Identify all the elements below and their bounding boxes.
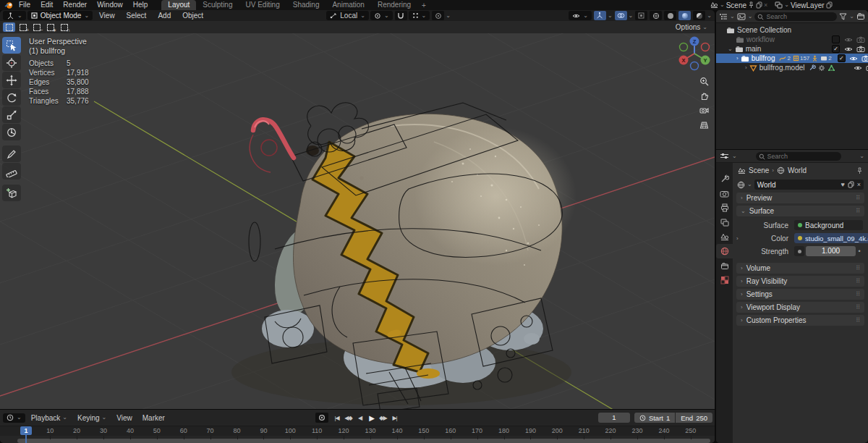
hide-eye-icon[interactable] <box>854 65 862 71</box>
gizmo-chevron[interactable]: ⌄ <box>608 13 613 19</box>
menu-timeline-view[interactable]: View <box>112 414 137 422</box>
tab-animation[interactable]: Animation <box>326 0 370 10</box>
tool-cursor[interactable] <box>2 54 21 71</box>
select-mode-intersect[interactable]: ∩ <box>58 22 70 32</box>
panel-settings[interactable]: › Settings ⠿ <box>736 289 864 300</box>
new-scene-icon[interactable] <box>756 1 762 9</box>
menu-add[interactable]: Add <box>153 10 176 21</box>
3d-viewport[interactable]: User Perspective (1) bullfrog Objects5 V… <box>0 33 715 409</box>
viewlayer-dropdown-chevron[interactable]: ⌄ <box>784 2 789 8</box>
select-mode-subtract[interactable]: − <box>30 22 43 32</box>
add-workspace-button[interactable]: + <box>417 1 430 10</box>
outliner-search[interactable] <box>754 12 837 21</box>
navigation-gizmo[interactable]: Z X Y <box>676 34 713 72</box>
options-dropdown[interactable]: Options ⌄ <box>671 23 712 31</box>
new-collection-icon[interactable] <box>856 12 865 20</box>
panel-preview[interactable]: › Preview ⠿ <box>736 193 864 203</box>
hide-eye-icon[interactable] <box>844 37 853 43</box>
tab-output[interactable] <box>716 201 733 215</box>
play-reverse-button[interactable]: ◀ <box>354 413 365 423</box>
pivot-point-selector[interactable]: ⌄ <box>370 11 393 20</box>
shading-rendered-button[interactable] <box>693 11 705 20</box>
panel-volume[interactable]: › Volume ⠿ <box>736 263 864 274</box>
shading-wireframe-button[interactable] <box>650 11 662 20</box>
end-frame-field[interactable]: End250 <box>676 413 712 423</box>
timeline-ruler[interactable]: 1020304050607080901001101201301401501601… <box>0 426 715 436</box>
viewlayer-selector[interactable]: ViewLayer <box>791 1 825 9</box>
properties-options-chevron[interactable]: ⌄ <box>859 153 864 159</box>
tool-rotate[interactable] <box>2 89 21 106</box>
proportional-chevron[interactable]: ⌄ <box>446 13 451 19</box>
menu-view[interactable]: View <box>94 10 120 21</box>
tool-measure[interactable] <box>2 163 21 180</box>
menu-keying[interactable]: Keying⌄ <box>73 414 111 422</box>
drag-handle[interactable]: ⠿ <box>856 278 860 284</box>
xray-toggle[interactable] <box>635 11 647 20</box>
new-viewlayer-icon[interactable] <box>826 1 833 9</box>
menu-file[interactable]: File <box>14 0 35 10</box>
shading-solid-button[interactable] <box>664 11 676 20</box>
mode-selector[interactable]: Object Mode ⌄ <box>27 11 93 20</box>
blender-logo-icon[interactable] <box>4 1 14 9</box>
properties-editor-type-icon[interactable] <box>720 152 729 160</box>
tool-annotate[interactable] <box>2 145 21 162</box>
jump-to-end-button[interactable]: ▶| <box>389 413 400 423</box>
camera-view-icon[interactable] <box>698 104 710 117</box>
tab-view-layer[interactable] <box>716 215 733 229</box>
strength-slider[interactable]: 1.000 <box>806 246 856 256</box>
jump-to-start-button[interactable]: |◀ <box>331 413 342 423</box>
snap-toggle[interactable] <box>395 11 407 20</box>
properties-search-input[interactable] <box>756 152 841 161</box>
strength-socket-button[interactable] <box>794 246 804 256</box>
outliner-row-workflow[interactable]: workflow <box>716 35 868 44</box>
filter-funnel-icon[interactable] <box>839 13 847 20</box>
outliner-row-scene-collection[interactable]: Scene Collection <box>716 25 868 35</box>
scene-selector[interactable]: Scene <box>726 1 746 9</box>
pin-icon[interactable] <box>856 167 863 174</box>
snap-settings-selector[interactable]: ⌄ <box>409 11 430 20</box>
outliner-search-input[interactable] <box>754 12 837 21</box>
drag-handle[interactable]: ⠿ <box>856 195 860 201</box>
panel-viewport-display[interactable]: › Viewport Display ⠿ <box>736 302 864 313</box>
tab-texture[interactable] <box>716 273 733 287</box>
hide-eye-icon[interactable] <box>844 46 853 52</box>
fake-user-icon[interactable]: ♥ <box>841 182 844 188</box>
unlink-datablock-icon[interactable]: × <box>857 182 861 188</box>
outliner-display-mode-icon[interactable] <box>719 13 728 20</box>
tab-shading[interactable]: Shading <box>286 0 326 10</box>
play-button[interactable]: ▶ <box>366 413 377 423</box>
tool-add-cube[interactable] <box>2 185 21 201</box>
render-camera-icon[interactable] <box>856 36 865 43</box>
new-datablock-icon[interactable] <box>848 181 854 188</box>
pan-hand-icon[interactable] <box>698 90 710 102</box>
properties-search[interactable] <box>756 152 841 161</box>
tool-scale[interactable] <box>2 106 21 123</box>
ortho-grid-icon[interactable] <box>698 119 710 131</box>
drag-handle[interactable]: ⠿ <box>856 317 860 324</box>
gizmo-neg-y[interactable] <box>680 43 688 51</box>
menu-render[interactable]: Render <box>58 0 92 10</box>
panel-ray-visibility[interactable]: › Ray Visibility ⠿ <box>736 276 864 287</box>
exclude-checkbox[interactable]: ✓ <box>838 54 846 62</box>
tab-rendering[interactable]: Rendering <box>371 0 417 10</box>
breadcrumb-world[interactable]: World <box>788 166 807 174</box>
editor-type-selector[interactable]: ⌄ <box>3 11 26 20</box>
tool-transform[interactable] <box>2 124 21 140</box>
exclude-checkbox[interactable] <box>832 35 840 43</box>
prev-keyframe-button[interactable]: ◀◆ <box>343 413 354 423</box>
menu-playback[interactable]: Playback⌄ <box>27 414 72 422</box>
drag-handle[interactable]: ⠿ <box>856 304 860 311</box>
transform-orientation-selector[interactable]: Local ⌄ <box>326 11 369 20</box>
shading-chevron[interactable]: ⌄ <box>707 13 712 19</box>
tab-scene[interactable] <box>716 229 733 244</box>
drag-handle[interactable]: ⠿ <box>856 208 860 214</box>
properties-type-chevron[interactable]: ⌄ <box>732 153 737 159</box>
menu-window[interactable]: Window <box>92 0 128 10</box>
expand-chevron[interactable]: › <box>736 56 739 62</box>
gizmo-neg-x[interactable] <box>702 43 710 51</box>
playhead[interactable]: 1 <box>20 426 32 435</box>
render-camera-icon[interactable] <box>861 55 868 62</box>
color-expand-chevron[interactable]: › <box>736 235 739 242</box>
strength-keyframe-dot[interactable]: • <box>856 248 863 255</box>
filter-image-chevron[interactable]: ⌄ <box>748 14 753 20</box>
